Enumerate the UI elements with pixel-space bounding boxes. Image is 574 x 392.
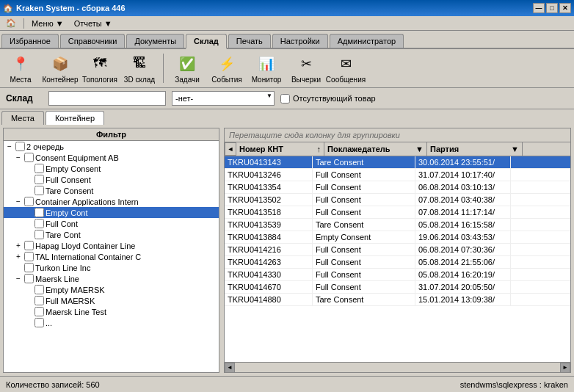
table-row[interactable]: TKRU0413502Full Consent07.08.2014 03:40:… — [225, 194, 570, 206]
grid-th-party[interactable]: Партия ▼ — [427, 142, 523, 156]
grid-td-party: 31.07.2014 10:17:40/ — [415, 169, 511, 181]
tree-item[interactable]: −Maersk Line — [4, 273, 219, 284]
table-row[interactable]: TKRU0413246Full Consent31.07.2014 10:17:… — [225, 169, 570, 181]
tree-toggle-icon[interactable]: + — [14, 253, 23, 261]
warehouse-select[interactable]: -нет- — [172, 91, 275, 106]
tree-item[interactable]: Full MAERSK — [4, 295, 219, 306]
tree-toggle-icon[interactable]: − — [5, 142, 14, 150]
tree-checkbox[interactable] — [34, 164, 44, 173]
scroll-right-btn[interactable]: ► — [560, 363, 570, 373]
table-row[interactable]: TKRU0414263Full Consent05.08.2014 21:55:… — [225, 256, 570, 269]
table-row[interactable]: TKRU0414330Full Consent05.08.2014 16:20:… — [225, 269, 570, 281]
table-row[interactable]: TKRU0414880Tare Consent15.01.2014 13:09:… — [225, 294, 570, 306]
tree-checkbox[interactable] — [34, 219, 44, 228]
minimize-button[interactable]: — — [533, 3, 545, 13]
tab-favorites[interactable]: Избранное — [1, 34, 59, 48]
grid-nav-left[interactable]: ◄ — [225, 142, 236, 156]
menu-menu[interactable]: Меню ▼ — [27, 18, 68, 29]
toolbar-tasks[interactable]: ✅ Задачи — [170, 52, 205, 84]
tree-checkbox[interactable] — [24, 197, 34, 206]
tree-item[interactable]: Empty Consent — [4, 163, 219, 174]
close-button[interactable]: ✕ — [559, 3, 571, 13]
tab-admin[interactable]: Администратор — [330, 34, 404, 48]
tree-checkbox[interactable] — [34, 307, 44, 316]
grid-td-party: 19.06.2014 03:43:53/ — [415, 231, 511, 243]
tree-item[interactable]: −Consent Equipment AB — [4, 152, 219, 163]
warehouse-input[interactable] — [48, 91, 166, 106]
tab-settings[interactable]: Настройки — [272, 34, 328, 48]
tree-checkbox[interactable] — [34, 296, 44, 305]
grid-td-party: 07.08.2014 03:40:38/ — [415, 194, 511, 206]
table-row[interactable]: TKRU0413354Full Consent06.08.2014 03:10:… — [225, 181, 570, 194]
tree-toggle-icon[interactable]: + — [14, 242, 23, 250]
table-row[interactable]: TKRU0414216Full Consent06.08.2014 07:30:… — [225, 244, 570, 256]
absent-goods-checkbox[interactable] — [280, 94, 290, 104]
tree-checkbox[interactable] — [24, 153, 34, 162]
tree-item-label: Container Applications Intern — [35, 197, 217, 206]
toolbar-3d[interactable]: 🏗 3D склад — [122, 52, 157, 84]
data-grid: Перетащите сюда колонку для группировки … — [224, 128, 571, 373]
tree-checkbox[interactable] — [34, 186, 44, 195]
tree-item[interactable]: Empty Cont — [4, 207, 219, 218]
table-row[interactable]: TKRU0413539Tare Consent05.08.2014 16:15:… — [225, 219, 570, 231]
maximize-button[interactable]: □ — [546, 3, 558, 13]
toolbar-cuts-label: Вычерки — [291, 76, 321, 84]
tree-checkbox[interactable] — [24, 274, 34, 283]
tree-item[interactable]: +TAL International Container C — [4, 251, 219, 262]
tree-item[interactable]: Tare Cont — [4, 229, 219, 240]
tree-checkbox[interactable] — [15, 142, 25, 151]
tree-item[interactable]: Empty MAERSK — [4, 284, 219, 295]
tree-checkbox[interactable] — [34, 208, 44, 217]
tree-item[interactable]: Full Consent — [4, 174, 219, 185]
tree-toggle-icon[interactable]: − — [14, 153, 23, 161]
menu-reports[interactable]: Отчеты ▼ — [70, 18, 117, 29]
scroll-left-btn[interactable]: ◄ — [225, 363, 235, 373]
status-bar: Количество записей: 560 stendwms\sqlexpr… — [0, 376, 574, 392]
grid-th-owner[interactable]: Поклажедатель ▼ — [324, 142, 427, 156]
sub-tab-places[interactable]: Места — [1, 111, 44, 125]
toolbar-messages[interactable]: ✉ Сообщения — [328, 52, 363, 84]
tree-checkbox[interactable] — [24, 252, 34, 261]
table-row[interactable]: TKRU0413143Tare Consent30.06.2014 23:55:… — [225, 156, 570, 169]
warehouse-label: Склад — [6, 93, 43, 104]
tree-item[interactable]: −2 очередь — [4, 141, 219, 152]
toolbar-events[interactable]: ⚡ События — [209, 52, 244, 84]
tree-item[interactable]: Turkon Line Inc — [4, 262, 219, 273]
toolbar-cuts[interactable]: ✂ Вычерки — [288, 52, 324, 84]
grid-td-owner: Tare Consent — [313, 219, 415, 231]
toolbar-container[interactable]: 📦 Контейнер — [43, 52, 78, 84]
toolbar-places[interactable]: 📍 Места — [3, 52, 38, 84]
tree-checkbox[interactable] — [24, 241, 34, 250]
tree-item[interactable]: ... — [4, 317, 219, 328]
tab-print[interactable]: Печать — [228, 34, 271, 48]
sub-tab-container[interactable]: Контейнер — [46, 111, 104, 125]
tree-checkbox[interactable] — [34, 318, 44, 327]
grid-td-owner: Full Consent — [313, 256, 415, 268]
grid-th-num[interactable]: Номер КНТ ↑ — [236, 142, 324, 156]
tree-toggle-icon[interactable]: − — [14, 197, 23, 206]
toolbar-topology[interactable]: 🗺 Топология — [82, 52, 117, 84]
tree-item[interactable]: +Hapag Lloyd Container Line — [4, 240, 219, 251]
tree-item[interactable]: Tare Consent — [4, 185, 219, 196]
tree-item[interactable]: −Container Applications Intern — [4, 196, 219, 207]
tree-checkbox[interactable] — [34, 175, 44, 184]
grid-td-num: TKRU0413143 — [225, 156, 313, 168]
tree-item[interactable]: Maersk Line Test — [4, 306, 219, 317]
table-row[interactable]: TKRU0414670Full Consent31.07.2014 20:05:… — [225, 281, 570, 294]
menu-home[interactable]: 🏠 — [1, 17, 21, 29]
tab-references[interactable]: Справочники — [60, 34, 126, 48]
tab-warehouse[interactable]: Склад — [186, 34, 227, 49]
tree-item[interactable]: Full Cont — [4, 218, 219, 229]
grid-hscrollbar[interactable]: ◄ ► — [225, 362, 570, 372]
tab-documents[interactable]: Документы — [126, 34, 184, 48]
tree-item-label: TAL International Container C — [35, 253, 217, 261]
grid-body[interactable]: TKRU0413143Tare Consent30.06.2014 23:55:… — [225, 156, 570, 362]
toolbar-monitor[interactable]: 📊 Монитор — [249, 52, 284, 84]
tree-checkbox[interactable] — [24, 263, 34, 272]
tree-checkbox[interactable] — [34, 230, 44, 239]
tree-checkbox[interactable] — [34, 285, 44, 294]
table-row[interactable]: TKRU0413884Empty Consent19.06.2014 03:43… — [225, 231, 570, 244]
table-row[interactable]: TKRU0413518Full Consent07.08.2014 11:17:… — [225, 206, 570, 219]
filter-scroll[interactable]: −2 очередь−Consent Equipment ABEmpty Con… — [4, 141, 219, 372]
tree-toggle-icon[interactable]: − — [14, 275, 23, 283]
